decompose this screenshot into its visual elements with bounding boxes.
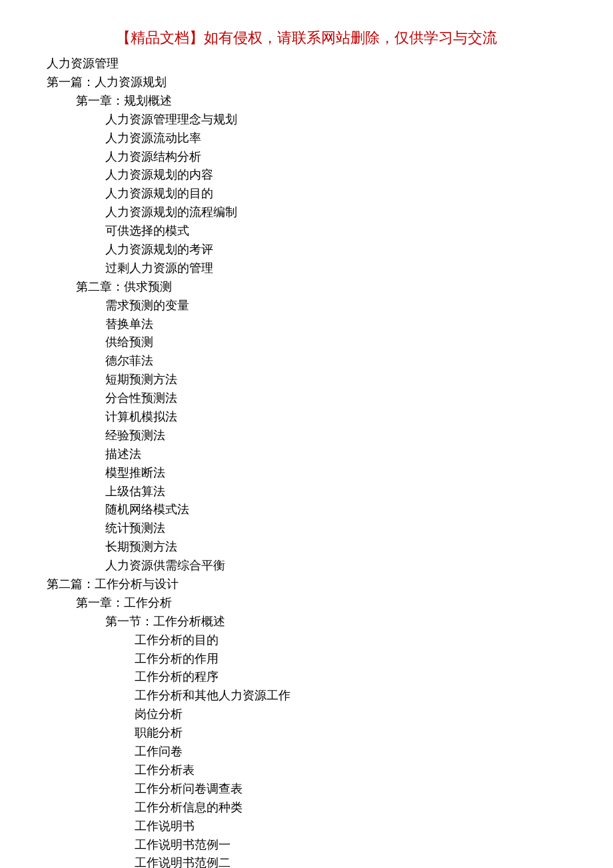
outline-item: 人力资源管理: [47, 55, 566, 73]
outline-container: 人力资源管理第一篇：人力资源规划第一章：规划概述人力资源管理理念与规划人力资源流…: [47, 55, 566, 868]
outline-item: 计算机模拟法: [105, 408, 566, 427]
outline-item: 供给预测: [105, 333, 566, 352]
outline-item: 人力资源管理理念与规划: [105, 111, 566, 129]
outline-item: 工作问卷: [135, 743, 566, 761]
outline-item: 德尔菲法: [105, 352, 566, 371]
outline-item: 工作分析表: [135, 761, 566, 780]
outline-item: 可供选择的模式: [105, 222, 566, 241]
outline-item: 第一章：规划概述: [76, 92, 566, 111]
outline-item: 人力资源规划的目的: [105, 185, 566, 203]
outline-item: 工作分析问卷调查表: [135, 780, 566, 799]
outline-item: 描述法: [105, 445, 566, 464]
outline-item: 经验预测法: [105, 427, 566, 445]
outline-item: 替换单法: [105, 315, 566, 334]
outline-item: 人力资源规划的内容: [105, 166, 566, 185]
outline-item: 工作说明书范例一: [135, 836, 566, 855]
outline-item: 职能分析: [135, 724, 566, 743]
outline-item: 工作分析的作用: [135, 650, 566, 669]
outline-item: 工作分析信息的种类: [135, 799, 566, 817]
outline-item: 模型推断法: [105, 464, 566, 483]
outline-item: 第二章：供求预测: [76, 278, 566, 297]
outline-item: 人力资源规划的考评: [105, 241, 566, 259]
outline-item: 长期预测方法: [105, 538, 566, 557]
outline-item: 工作说明书范例二: [135, 854, 566, 868]
outline-item: 分合性预测法: [105, 389, 566, 408]
outline-item: 工作分析的程序: [135, 668, 566, 687]
outline-item: 统计预测法: [105, 519, 566, 538]
outline-item: 第一篇：人力资源规划: [47, 73, 566, 92]
outline-item: 第一节：工作分析概述: [105, 613, 566, 631]
outline-item: 人力资源结构分析: [105, 148, 566, 167]
outline-item: 工作分析和其他人力资源工作: [135, 687, 566, 705]
outline-item: 第二篇：工作分析与设计: [47, 575, 566, 594]
outline-item: 人力资源供需综合平衡: [105, 557, 566, 575]
outline-item: 需求预测的变量: [105, 297, 566, 315]
outline-item: 人力资源规划的流程编制: [105, 203, 566, 222]
outline-item: 随机网络模式法: [105, 501, 566, 519]
outline-item: 人力资源流动比率: [105, 129, 566, 148]
outline-item: 过剩人力资源的管理: [105, 259, 566, 278]
outline-item: 工作分析的目的: [135, 631, 566, 650]
outline-item: 上级估算法: [105, 483, 566, 501]
header-title: 【精品文档】如有侵权，请联系网站删除，仅供学习与交流: [47, 27, 566, 49]
outline-item: 岗位分析: [135, 705, 566, 724]
outline-item: 短期预测方法: [105, 371, 566, 389]
outline-item: 第一章：工作分析: [76, 594, 566, 613]
outline-item: 工作说明书: [135, 817, 566, 836]
